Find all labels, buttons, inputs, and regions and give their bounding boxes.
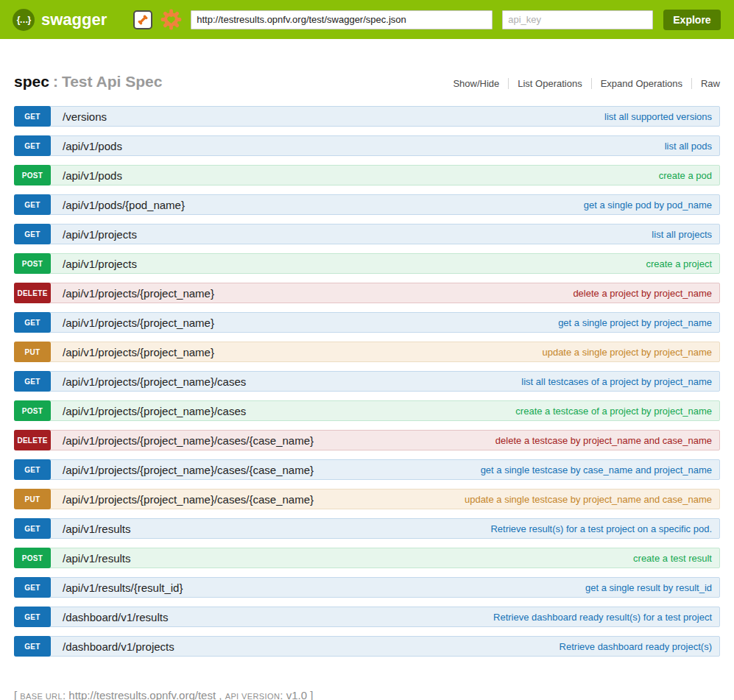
footer-colon: :: [63, 689, 66, 700]
header-bar: {…} swagger: [0, 0, 734, 39]
page-title: spec:Test Api Spec: [14, 73, 162, 91]
endpoint-summary[interactable]: update a single testcase by project_name…: [465, 494, 719, 505]
method-badge: GET: [14, 577, 51, 598]
list-operations-link[interactable]: List Operations: [508, 78, 590, 89]
endpoint-row[interactable]: GET /api/v1/projects/{project_name}/case…: [14, 371, 720, 392]
base-url-label: base url: [20, 692, 63, 700]
endpoint-summary[interactable]: Retrieve dashboard ready project(s): [560, 641, 719, 652]
operations-nav: Show/Hide List Operations Expand Operati…: [444, 78, 720, 89]
endpoint-row[interactable]: POST /api/v1/pods create a pod: [14, 165, 720, 185]
endpoint-path[interactable]: /api/v1/projects/{project_name}/cases/{c…: [63, 434, 314, 447]
endpoint-row[interactable]: GET /api/v1/projects/{project_name}/case…: [14, 459, 720, 480]
endpoint-path[interactable]: /api/v1/projects/{project_name}: [63, 287, 214, 300]
endpoint-path[interactable]: /api/v1/projects: [63, 228, 137, 241]
endpoint-path[interactable]: /dashboard/v1/projects: [63, 640, 174, 653]
endpoint-row[interactable]: DELETE /api/v1/projects/{project_name}/c…: [14, 430, 720, 450]
swagger-braces-icon: {…}: [13, 9, 35, 31]
method-badge: GET: [14, 312, 51, 333]
footer-comma: ,: [219, 689, 222, 700]
method-badge: POST: [14, 165, 51, 185]
title-row: spec:Test Api Spec Show/Hide List Operat…: [14, 73, 720, 91]
endpoint-path[interactable]: /api/v1/projects: [63, 258, 137, 270]
endpoint-row[interactable]: GET /dashboard/v1/results Retrieve dashb…: [14, 607, 720, 627]
method-badge: GET: [14, 224, 51, 244]
gear-heart-icon[interactable]: [160, 9, 182, 30]
endpoint-row[interactable]: GET /api/v1/pods list all pods: [14, 135, 720, 156]
endpoint-summary[interactable]: create a pod: [659, 170, 719, 181]
endpoint-row[interactable]: GET /api/v1/projects list all projects: [14, 224, 720, 244]
endpoint-path[interactable]: /api/v1/projects/{project_name}: [63, 317, 214, 329]
base-url-footer: [ base url: http://testresults.opnfv.org…: [14, 689, 720, 700]
raw-link[interactable]: Raw: [691, 78, 720, 89]
endpoint-path[interactable]: /api/v1/projects/{project_name}/cases: [63, 405, 246, 417]
method-badge: DELETE: [14, 430, 51, 450]
endpoint-summary[interactable]: get a single project by project_name: [558, 317, 719, 328]
endpoint-row[interactable]: GET /api/v1/projects/{project_name} get …: [14, 312, 720, 333]
endpoint-row[interactable]: GET /api/v1/results Retrieve result(s) f…: [14, 518, 720, 539]
endpoint-summary[interactable]: Retrieve result(s) for a test project on…: [490, 523, 719, 534]
endpoint-summary[interactable]: get a single result by result_id: [585, 582, 719, 593]
endpoint-summary[interactable]: list all projects: [652, 229, 719, 240]
endpoint-summary[interactable]: update a single project by project_name: [542, 347, 719, 358]
api-key-input[interactable]: [502, 10, 653, 29]
endpoint-row[interactable]: GET /dashboard/v1/projects Retrieve dash…: [14, 636, 720, 657]
method-badge: PUT: [14, 342, 51, 362]
endpoint-row[interactable]: PUT /api/v1/projects/{project_name}/case…: [14, 489, 720, 509]
endpoint-path[interactable]: /api/v1/results: [63, 552, 131, 565]
endpoint-path[interactable]: /api/v1/results/{result_id}: [63, 581, 183, 594]
endpoint-summary[interactable]: list all pods: [665, 141, 719, 152]
api-name: spec: [14, 73, 49, 90]
endpoint-path[interactable]: /api/v1/pods/{pod_name}: [63, 199, 185, 211]
endpoint-path[interactable]: /versions: [63, 110, 107, 123]
endpoint-summary[interactable]: delete a project by project_name: [573, 288, 719, 299]
endpoint-summary[interactable]: list all testcases of a project by proje…: [521, 376, 719, 387]
footer-bracket-close: ]: [310, 689, 313, 700]
endpoint-row[interactable]: POST /api/v1/projects/{project_name}/cas…: [14, 400, 720, 421]
endpoint-row[interactable]: GET /versions list all supported version…: [14, 106, 720, 127]
endpoint-summary[interactable]: create a testcase of a project by projec…: [515, 406, 719, 417]
api-version-value: v1.0: [286, 689, 307, 700]
endpoint-row[interactable]: DELETE /api/v1/projects/{project_name} d…: [14, 283, 720, 303]
spec-url-input[interactable]: [191, 10, 493, 29]
endpoint-row[interactable]: POST /api/v1/results create a test resul…: [14, 548, 720, 568]
endpoint-path[interactable]: /api/v1/pods: [63, 140, 122, 152]
endpoint-row[interactable]: GET /api/v1/pods/{pod_name} get a single…: [14, 194, 720, 215]
endpoint-summary[interactable]: Retrieve dashboard ready result(s) for a…: [493, 612, 719, 623]
method-badge: GET: [14, 106, 51, 127]
endpoint-path[interactable]: /api/v1/pods: [63, 169, 122, 182]
endpoint-path[interactable]: /api/v1/projects/{project_name}: [63, 346, 214, 358]
method-badge: POST: [14, 400, 51, 421]
endpoint-summary[interactable]: get a single pod by pod_name: [584, 199, 719, 211]
endpoint-path[interactable]: /dashboard/v1/results: [63, 611, 168, 623]
method-badge: GET: [14, 459, 51, 480]
endpoint-path[interactable]: /api/v1/results: [63, 523, 131, 535]
method-badge: POST: [14, 253, 51, 274]
bone-icon: [136, 13, 149, 26]
method-badge: GET: [14, 371, 51, 392]
endpoint-row[interactable]: POST /api/v1/projects create a project: [14, 253, 720, 274]
endpoint-path[interactable]: /api/v1/projects/{project_name}/cases: [63, 375, 246, 388]
endpoint-row[interactable]: PUT /api/v1/projects/{project_name} upda…: [14, 342, 720, 362]
method-badge: POST: [14, 548, 51, 568]
base-url-value: http://testresults.opnfv.org/test: [68, 689, 216, 700]
method-badge: PUT: [14, 489, 51, 509]
endpoint-summary[interactable]: get a single testcase by case_name and p…: [481, 464, 719, 475]
method-badge: GET: [14, 636, 51, 657]
endpoint-path[interactable]: /api/v1/projects/{project_name}/cases/{c…: [63, 493, 314, 506]
swagger-logo[interactable]: {…} swagger: [13, 9, 107, 31]
swagger-logo-text: swagger: [41, 10, 107, 29]
title-separator: :: [53, 73, 58, 90]
link-button[interactable]: [133, 10, 152, 29]
endpoint-summary[interactable]: delete a testcase by project_name and ca…: [495, 435, 719, 446]
show-hide-link[interactable]: Show/Hide: [444, 78, 508, 89]
expand-operations-link[interactable]: Expand Operations: [591, 78, 691, 89]
endpoint-summary[interactable]: create a test result: [633, 553, 719, 564]
endpoint-summary[interactable]: list all supported versions: [604, 111, 719, 122]
endpoint-path[interactable]: /api/v1/projects/{project_name}/cases/{c…: [63, 464, 314, 476]
method-badge: GET: [14, 518, 51, 539]
method-badge: GET: [14, 135, 51, 156]
endpoint-row[interactable]: GET /api/v1/results/{result_id} get a si…: [14, 577, 720, 598]
method-badge: DELETE: [14, 283, 51, 303]
endpoint-summary[interactable]: create a project: [646, 258, 719, 269]
explore-button[interactable]: Explore: [663, 10, 720, 30]
